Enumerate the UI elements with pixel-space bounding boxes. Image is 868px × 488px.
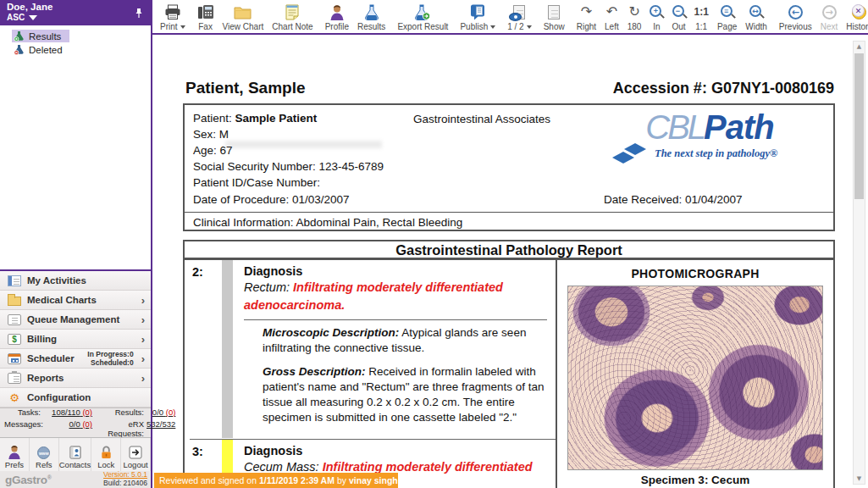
ssn-line: Social Security Number: 123-45-6789 [193, 158, 384, 175]
fit-width-button[interactable]: ↔ Width [741, 2, 771, 32]
scrollbar-thumb[interactable] [854, 53, 864, 199]
zoom-out-button[interactable]: − Out [667, 2, 689, 32]
document-icon [548, 5, 560, 19]
divider [244, 319, 547, 320]
chevron-right-icon: › [141, 294, 145, 307]
flask-remove-icon [14, 44, 25, 55]
case-number-line: Patient ID/Case Number: [193, 175, 384, 191]
fax-button[interactable]: Fax [193, 2, 218, 32]
rotate-right-button[interactable]: ↷ Right [572, 2, 600, 32]
user-role: ASC [7, 13, 25, 23]
rotate-180-icon: ↻ [628, 3, 639, 20]
chevron-down-icon[interactable] [29, 15, 37, 20]
signer-name: vinay singh [349, 475, 398, 485]
rotate-right-icon: ↷ [581, 3, 592, 20]
messages-link[interactable]: 0/0 (0) [43, 419, 92, 438]
eye-icon [509, 13, 522, 21]
diamonds-icon [611, 143, 650, 164]
calendar-icon [8, 353, 21, 364]
caret-down-icon [527, 25, 532, 29]
microscopic-description: Microscopic Description: Atypical glands… [263, 325, 547, 356]
chart-note-button[interactable]: Chart Note [268, 2, 317, 32]
page-selector[interactable]: 1 / 2 [503, 2, 535, 32]
patient-line: Patient: Sample Patient [193, 110, 384, 126]
app-logo: gGastro® [5, 474, 52, 486]
folder-icon [234, 5, 252, 19]
menu-item-medical-charts[interactable]: Medical Charts › [0, 291, 151, 310]
date-received: Date Received: 01/04/2007 [604, 193, 743, 206]
gross-description: Gross Description: Received in formalin … [263, 364, 547, 425]
divider [185, 212, 833, 213]
user-header[interactable]: Doe, Jane ASC [0, 0, 151, 25]
pin-icon[interactable] [135, 7, 143, 22]
menu-item-configuration[interactable]: ⚙ Configuration [0, 388, 151, 408]
document-toolbar: Print Fax View Chart Chart Note Profile … [152, 0, 868, 35]
left-sidebar: Doe, Jane ASC Results Deleted My Activit… [0, 0, 152, 488]
redacted-field [225, 141, 382, 148]
main-menu: My Activities Medical Charts › Queue Man… [0, 269, 151, 408]
fax-icon [197, 4, 214, 19]
scroll-up-icon[interactable]: ▲ [854, 42, 865, 52]
section-color-bar [222, 260, 233, 439]
patient-header: Patient, Sample [185, 79, 306, 97]
publish-button[interactable]: Publish [456, 2, 500, 32]
tree-item-results[interactable]: Results [12, 30, 69, 42]
view-chart-button[interactable]: View Chart [218, 2, 268, 32]
fit-page-button[interactable]: ≡ Page [713, 2, 741, 32]
chevron-right-icon: › [141, 333, 145, 346]
tree-item-deleted[interactable]: Deleted [12, 43, 71, 56]
logo-tagline: The next step in pathology® [655, 147, 777, 160]
printer-icon [164, 4, 181, 20]
globe-icon: www [37, 446, 50, 459]
signed-status-bar: Reviewed and signed on 1/11/2019 2:39 AM… [154, 473, 398, 488]
results-link[interactable]: 0/0 (0) [147, 408, 175, 417]
zoom-out-icon: − [672, 5, 684, 17]
menu-item-reports[interactable]: Reports › [0, 369, 151, 388]
results-button[interactable]: Results [353, 2, 390, 32]
next-button: → Next [816, 2, 843, 32]
zoom-in-button[interactable]: + In [645, 2, 667, 32]
specimen-caption: Specimen 3: Cecum [557, 474, 833, 486]
caret-down-icon [180, 25, 185, 29]
menu-item-my-activities[interactable]: My Activities [0, 271, 151, 291]
print-button[interactable]: Print [156, 2, 190, 32]
diagnosis-heading: Diagnosis [244, 263, 547, 279]
chevron-right-icon: › [141, 372, 145, 385]
actual-size-button[interactable]: 1:1 1:1 [690, 2, 713, 32]
date-of-procedure: Date of Procedure: 01/03/2007 [193, 193, 350, 206]
photomicrograph-image [567, 286, 823, 470]
rotate-left-button[interactable]: ↶ Left [600, 2, 623, 32]
menu-item-scheduler[interactable]: Scheduler In Progress:0Scheduled:0 › [0, 349, 151, 369]
erx-link[interactable]: 532/532 [147, 419, 175, 438]
rotate-180-button[interactable]: ↻ 180 [623, 2, 646, 32]
contacts-button[interactable]: Contacts [59, 438, 92, 471]
cblpath-logo: CBLPath The next step in pathology® [604, 108, 815, 164]
previous-button[interactable]: ← Previous [775, 2, 816, 32]
publish-bubble-icon [469, 4, 486, 20]
gear-icon: ⚙ [8, 392, 21, 403]
menu-item-billing[interactable]: Billing › [0, 330, 151, 349]
refs-button[interactable]: www Refs [30, 438, 59, 471]
tree-item-label: Results [29, 31, 61, 42]
note-icon [285, 4, 300, 20]
document-icon [8, 314, 21, 325]
scroll-down-icon[interactable]: ▼ [854, 474, 865, 484]
close-icon[interactable]: ✕ [852, 4, 865, 17]
export-result-button[interactable]: Export Result [393, 2, 452, 32]
page-preview-icon [513, 5, 525, 19]
logout-button[interactable]: Logout [121, 438, 151, 471]
dollar-document-icon [8, 334, 21, 345]
flask-add-icon [14, 30, 25, 42]
scheduler-counters: In Progress:0Scheduled:0 [87, 350, 133, 367]
prefs-button[interactable]: Prefs [0, 438, 30, 471]
document-viewer: Patient, Sample Accession #: G07NY1-0080… [154, 35, 868, 488]
menu-item-queue-management[interactable]: Queue Management › [0, 310, 151, 330]
tasks-link[interactable]: 108/110 (0) [43, 408, 92, 417]
profile-button[interactable]: Profile [321, 2, 353, 32]
results-tree: Results Deleted [0, 25, 151, 269]
photomicrograph-panel: PHOTOMICROGRAPH Specimen 3: Cecum [556, 260, 833, 488]
lock-button[interactable]: Lock [91, 438, 121, 471]
show-button[interactable]: Show [539, 2, 569, 32]
vertical-scrollbar[interactable]: ▲ ▼ [853, 41, 865, 485]
version-link[interactable]: Version: 5.0.1 [103, 470, 147, 479]
